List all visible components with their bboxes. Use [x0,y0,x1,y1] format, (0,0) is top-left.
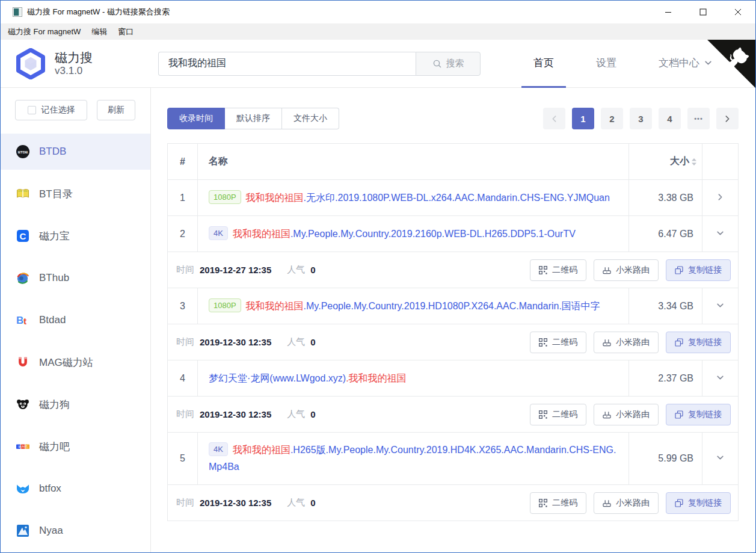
nav-tab-1[interactable]: 设置 [584,40,628,88]
result-name-link[interactable]: 1080P我和我的祖国.无水印.2019.1080P.WEB-DL.x264.A… [198,180,629,216]
sidebar-source-MAG磁力站[interactable]: MAG磁力站 [1,344,150,380]
result-row: 31080P我和我的祖国.My.People.My.Country.2019.H… [168,288,739,324]
result-index: 4 [168,360,198,397]
xiaomi-router-button[interactable]: 小米路由 [594,332,659,353]
sidebar-source-BThub[interactable]: BThub [1,260,150,296]
time-label: 时间 [176,497,194,508]
sidebar-source-Nyaa[interactable]: Nyaa [1,513,150,549]
result-detail-cell: 时间2019-12-30 12:35人气0二维码小米路由复制链接 [168,397,739,433]
menu-item-1[interactable]: 编辑 [86,23,112,40]
menu-item-0[interactable]: 磁力搜 For magnetW [2,23,86,40]
chevron-down-icon [716,374,724,382]
result-name-link[interactable]: 4K我和我的祖国.My.People.My.Country.2019.2160p… [198,216,629,252]
copy-link-button[interactable]: 复制链接 [666,404,731,425]
qrcode-button[interactable]: 二维码 [530,492,586,514]
qrcode-button[interactable]: 二维码 [530,404,586,425]
copy-icon [675,410,683,419]
search-button-label: 搜索 [446,58,464,69]
search-button[interactable]: 搜索 [416,52,481,76]
close-button[interactable] [721,1,755,23]
expand-toggle[interactable] [702,433,739,485]
xiaomi-router-button[interactable]: 小米路由 [594,404,659,425]
detail-content: 时间2019-12-30 12:35人气0二维码小米路由复制链接 [176,404,731,425]
expand-toggle[interactable] [702,288,739,324]
result-detail-row: 时间2019-12-30 12:35人气0二维码小米路由复制链接 [168,324,739,360]
popularity-value: 0 [310,409,315,419]
btdad-icon: Bt [15,312,31,328]
torrent-name-text: 梦幻天堂·龙网(www.LWgod.xyz) [209,373,346,383]
xiaomi-router-button[interactable]: 小米路由 [594,259,659,281]
time-value: 2019-12-30 12:35 [200,337,271,347]
result-size: 3.34 GB [629,288,702,324]
copy-link-button[interactable]: 复制链接 [666,332,731,353]
sidebar-source-btfox[interactable]: btfox [1,471,150,507]
qrcode-button[interactable]: 二维码 [530,259,586,281]
result-detail-cell: 时间2019-12-27 12:35人气0二维码小米路由复制链接 [168,252,739,288]
sidebar-source-磁力狗[interactable]: 磁力狗 [1,386,150,422]
remember-label: 记住选择 [41,105,75,116]
sidebar-source-BTDB[interactable]: BTDBBTDB [1,134,150,170]
mag-icon [15,354,31,370]
xiaomi-router-button[interactable]: 小米路由 [594,492,659,514]
chevron-down-icon [716,301,724,309]
pagination-next-button[interactable] [716,108,739,129]
detail-action-label: 二维码 [552,409,577,420]
nav-tab-label: 设置 [596,56,616,70]
router-icon [603,266,611,274]
pagination: 1234••• [543,108,739,129]
sort-tab-2[interactable]: 文件大小 [282,108,339,129]
app-header: 磁力搜 v3.1.0 搜索 首页设置文档中心 [1,40,755,88]
copy-link-button[interactable]: 复制链接 [666,492,731,514]
result-name-link[interactable]: 4K我和我的祖国.H265版.My.People.My.Country.2019… [198,433,629,485]
pagination-prev-button[interactable] [543,108,565,129]
pagination-page-3[interactable]: 3 [630,108,652,129]
pagination-page-4[interactable]: 4 [659,108,681,129]
sidebar-source-磁力宝[interactable]: C磁力宝 [1,218,150,254]
expand-toggle[interactable] [702,180,739,216]
column-header-size[interactable]: 大小 [629,144,702,180]
detail-action-label: 复制链接 [688,498,722,508]
expand-toggle[interactable] [702,216,739,252]
detail-action-label: 二维码 [552,265,577,276]
maximize-button[interactable] [686,1,721,23]
sort-tab-1[interactable]: 默认排序 [225,108,282,129]
sidebar-source-磁力吧[interactable]: 磁力吧磁力吧 [1,428,150,465]
result-name-link[interactable]: 梦幻天堂·龙网(www.LWgod.xyz).我和我的祖国 [198,360,629,397]
pagination-ellipsis[interactable]: ••• [687,108,710,129]
qrcode-button[interactable]: 二维码 [530,332,586,353]
qrcode-icon [539,410,547,419]
copy-link-button[interactable]: 复制链接 [666,259,731,281]
search-input[interactable] [158,52,416,76]
search-term-highlight: .我和我的祖国 [346,373,406,383]
remember-checkbox[interactable] [28,106,36,114]
remember-selection-button[interactable]: 记住选择 [15,100,87,120]
time-value: 2019-12-30 12:35 [200,409,271,419]
result-detail-row: 时间2019-12-30 12:35人气0二维码小米路由复制链接 [168,485,739,521]
expand-toggle[interactable] [702,360,739,397]
sidebar-source-BT目录[interactable]: BT目录 [1,176,150,212]
torrent-name-text: .My.People.My.Country.2019.HD1080P.X264.… [304,301,600,311]
sort-tab-0[interactable]: 收录时间 [167,108,225,129]
pagination-page-2[interactable]: 2 [601,108,623,129]
column-header-expand [702,144,739,180]
svg-text:磁力吧: 磁力吧 [18,445,28,448]
popularity-label: 人气 [287,336,305,348]
bthub-icon [15,270,31,286]
pagination-page-1[interactable]: 1 [572,108,594,129]
menu-item-2[interactable]: 窗口 [112,23,139,40]
detail-action-label: 复制链接 [688,265,722,276]
refresh-button[interactable]: 刷新 [97,100,135,120]
minimize-button[interactable] [651,1,686,23]
svg-text:C: C [20,231,26,241]
detail-action-label: 小米路由 [616,498,650,508]
result-name-link[interactable]: 1080P我和我的祖国.My.People.My.Country.2019.HD… [198,288,629,324]
github-corner-link[interactable] [707,40,755,88]
detail-content: 时间2019-12-30 12:35人气0二维码小米路由复制链接 [176,332,731,353]
detail-content: 时间2019-12-30 12:35人气0二维码小米路由复制链接 [176,492,731,514]
search-term-highlight: 我和我的祖国 [246,301,304,311]
source-label: 磁力狗 [39,398,70,412]
results-table: # 名称 大小 11080P我和我的祖国.无水印.2019.1080P.WEB-… [167,143,739,521]
sidebar-source-Btdad[interactable]: BtBtdad [1,302,150,338]
chevron-right-icon [724,115,731,123]
nav-tab-0[interactable]: 首页 [521,40,566,88]
